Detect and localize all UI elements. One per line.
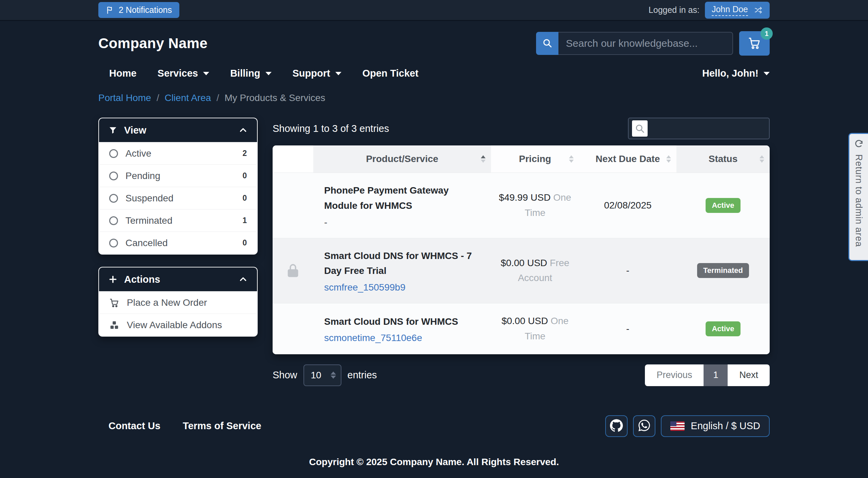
nav-item-support[interactable]: Support bbox=[293, 68, 341, 79]
next-due-date: 02/08/2025 bbox=[579, 173, 676, 238]
cart-count-badge: 1 bbox=[761, 27, 773, 40]
current-page-button[interactable]: 1 bbox=[704, 364, 728, 386]
user-name: John Doe bbox=[712, 4, 748, 16]
product-name: Smart Cloud DNS for WHMCS bbox=[324, 314, 483, 330]
filter-count: 0 bbox=[242, 171, 247, 180]
filter-label: Cancelled bbox=[125, 238, 168, 248]
main-nav: Home Services Billing Support Open Ticke… bbox=[98, 68, 770, 79]
entries-label: entries bbox=[348, 370, 377, 381]
search-submit-button[interactable] bbox=[536, 32, 558, 55]
cart-icon bbox=[109, 298, 119, 308]
column-label: Status bbox=[709, 154, 738, 164]
search-input[interactable] bbox=[558, 32, 733, 55]
action-label: Place a New Order bbox=[127, 297, 207, 308]
filter-count: 1 bbox=[242, 216, 247, 225]
table-search-input[interactable] bbox=[652, 123, 766, 134]
plus-icon bbox=[108, 275, 117, 284]
price-value: $0.00 USD bbox=[501, 258, 547, 268]
products-table-section: Showing 1 to 3 of 3 entries Pro bbox=[273, 118, 770, 386]
price-value: $0.00 USD bbox=[501, 316, 548, 326]
radio-icon bbox=[109, 216, 118, 225]
page-length-select[interactable]: 10 bbox=[303, 364, 341, 386]
client-area-page: 2 Notifications Logged in as: John Doe C… bbox=[0, 0, 868, 478]
breadcrumb-separator: / bbox=[216, 93, 219, 103]
user-greeting-menu[interactable]: Hello, John! bbox=[702, 68, 770, 79]
next-page-button[interactable]: Next bbox=[728, 364, 770, 386]
table-search-icon bbox=[632, 120, 648, 137]
filter-icon bbox=[108, 126, 117, 135]
nav-item-home[interactable]: Home bbox=[109, 68, 137, 79]
table-row[interactable]: Smart Cloud DNS for WHMCS scmonetime_751… bbox=[273, 303, 770, 354]
column-header-pricing[interactable]: Pricing bbox=[491, 145, 579, 173]
filter-cancelled[interactable]: Cancelled 0 bbox=[99, 232, 257, 254]
github-button[interactable] bbox=[605, 415, 628, 437]
filter-suspended[interactable]: Suspended 0 bbox=[99, 187, 257, 209]
us-flag-icon bbox=[670, 421, 685, 431]
notifications-label: 2 Notifications bbox=[119, 5, 172, 15]
product-link[interactable]: scmfree_150599b9 bbox=[324, 282, 483, 293]
logged-in-as-label: Logged in as: bbox=[649, 5, 699, 15]
refresh-icon bbox=[854, 139, 864, 150]
breadcrumb-client-area[interactable]: Client Area bbox=[164, 93, 211, 103]
whatsapp-button[interactable] bbox=[633, 415, 655, 437]
product-name: Smart Cloud DNS for WHMCS - 7 Day Free T… bbox=[324, 248, 483, 279]
notifications-button[interactable]: 2 Notifications bbox=[98, 2, 179, 18]
view-panel-header[interactable]: View bbox=[99, 118, 257, 142]
sort-arrows-icon bbox=[666, 155, 671, 163]
company-name: Company Name bbox=[98, 35, 208, 52]
column-label: Product/Service bbox=[366, 154, 438, 164]
table-row[interactable]: Smart Cloud DNS for WHMCS - 7 Day Free T… bbox=[273, 238, 770, 303]
radio-icon bbox=[109, 172, 118, 180]
nav-label: Support bbox=[293, 68, 330, 79]
lock-icon bbox=[277, 263, 309, 278]
product-link[interactable]: scmonetime_75110e6e bbox=[324, 333, 483, 343]
knowledgebase-search bbox=[536, 32, 733, 55]
breadcrumb-portal-home[interactable]: Portal Home bbox=[98, 93, 151, 103]
column-label: Next Due Date bbox=[596, 154, 660, 164]
nav-item-services[interactable]: Services bbox=[158, 68, 209, 79]
view-panel-title: View bbox=[124, 125, 146, 136]
radio-icon bbox=[109, 239, 118, 247]
price-value: $49.99 USD bbox=[499, 192, 551, 203]
footer-link-terms-of-service[interactable]: Terms of Service bbox=[183, 420, 261, 432]
cubes-icon bbox=[109, 320, 119, 330]
shuffle-icon bbox=[754, 6, 763, 15]
status-badge: Active bbox=[706, 198, 740, 213]
language-currency-button[interactable]: English / $ USD bbox=[661, 415, 770, 437]
action-view-available-addons[interactable]: View Available Addons bbox=[99, 314, 257, 336]
filter-pending[interactable]: Pending 0 bbox=[99, 164, 257, 187]
filter-count: 0 bbox=[242, 194, 247, 203]
table-row[interactable]: PhonePe Payment Gateway Module for WHMCS… bbox=[273, 173, 770, 238]
action-place-new-order[interactable]: Place a New Order bbox=[99, 291, 257, 314]
footer: Contact Us Terms of Service English / $ … bbox=[98, 415, 770, 437]
chevron-up-icon bbox=[239, 275, 248, 284]
nav-item-open-ticket[interactable]: Open Ticket bbox=[362, 68, 418, 79]
sort-arrows-icon bbox=[760, 155, 764, 163]
chevron-down-icon bbox=[335, 72, 341, 75]
filter-label: Terminated bbox=[125, 215, 173, 226]
nav-item-billing[interactable]: Billing bbox=[230, 68, 272, 79]
return-to-admin-area-tab[interactable]: Return to admin area bbox=[848, 133, 868, 261]
filter-label: Active bbox=[125, 148, 151, 159]
chevron-down-icon bbox=[764, 72, 770, 75]
cart-button[interactable]: 1 bbox=[739, 31, 770, 56]
copyright-text: Copyright © 2025 Company Name. All Right… bbox=[0, 457, 868, 467]
footer-link-contact-us[interactable]: Contact Us bbox=[108, 420, 160, 432]
previous-page-button[interactable]: Previous bbox=[645, 364, 704, 386]
radio-icon bbox=[109, 194, 118, 203]
page-length-control: Show 10 entries bbox=[273, 364, 377, 386]
filter-active[interactable]: Active 2 bbox=[99, 142, 257, 164]
filter-label: Pending bbox=[125, 171, 160, 181]
status-badge: Terminated bbox=[697, 263, 749, 278]
action-label: View Available Addons bbox=[127, 320, 222, 331]
filter-terminated[interactable]: Terminated 1 bbox=[99, 209, 257, 232]
column-header-product-service[interactable]: Product/Service bbox=[313, 145, 491, 173]
actions-panel-header[interactable]: Actions bbox=[99, 267, 257, 291]
page-length-value: 10 bbox=[311, 370, 321, 381]
user-switch-button[interactable]: John Doe bbox=[705, 2, 770, 19]
site-header: Company Name 1 bbox=[98, 31, 770, 56]
column-header-status[interactable]: Status bbox=[676, 145, 770, 173]
pagination: Previous 1 Next bbox=[645, 364, 770, 386]
sidebar: View Active 2 Pending 0 Susp bbox=[98, 118, 258, 337]
column-header-next-due-date[interactable]: Next Due Date bbox=[579, 145, 676, 173]
